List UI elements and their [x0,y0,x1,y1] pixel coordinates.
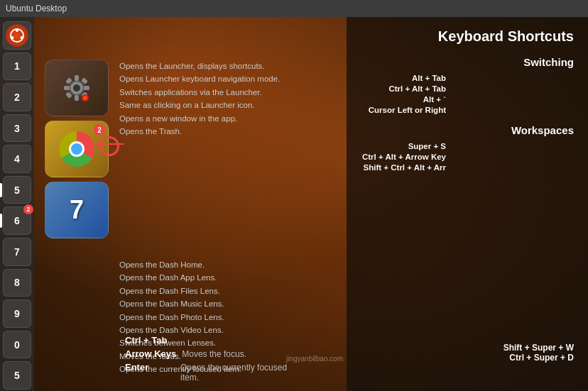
launcher-item-5[interactable]: 5 [3,176,31,204]
app-icon-6-badge: 2 [94,124,105,136]
launcher-item-5b[interactable]: 5 [3,361,31,390]
arrow-keys-key: Arrow Keys [125,348,176,359]
keyboard-shortcuts-panel: Keyboard Shortcuts Switching Alt + Tab C… [347,17,588,391]
red-arrow [95,143,124,145]
launcher-item-9[interactable]: 9 [3,299,31,328]
launcher-item-6-label: 6 [14,215,20,226]
shortcut-key-shift-ctrl-alt-arr: Shift + Ctrl + Alt + Arr [361,163,446,172]
shortcut-key-cursor-lr: Cursor Left or Right [361,106,446,114]
launcher-item-ubuntu[interactable] [3,21,31,50]
svg-point-2 [21,36,23,39]
svg-rect-6 [75,75,79,81]
desc2-line-4: Opens the Dash Music Lens. [119,297,304,310]
shortcut-row-shift-ctrl-alt-arr: Shift + Ctrl + Alt + Arr [361,163,574,172]
shortcut-row-ctrl-alt-tab: Ctrl + Alt + Tab [361,84,574,93]
launcher-item-3-label: 3 [14,123,20,134]
desc-line-5: Opens a new window in the app. [119,112,304,125]
watermark: jingyanbilbao.com [286,355,343,363]
launcher-item-0-label: 0 [14,339,20,351]
svg-point-3 [11,36,14,39]
desc2-line-3: Opens the Dash Files Lens. [119,285,304,297]
desc-line-3: Switches applications via the Launcher. [119,86,304,99]
launcher-item-5b-label: 5 [14,370,20,381]
shortcuts-title: Keyboard Shortcuts [361,28,574,45]
launcher-item-5-label: 5 [14,185,20,196]
workspaces-section-title: Workspaces [361,124,574,136]
launcher-item-6[interactable]: 6 2 [3,206,31,235]
red-indicator-circle [99,136,119,156]
shortcut-key-alt-backtick: Alt + ` [361,95,446,104]
chrome-icon [59,131,94,167]
launcher-item-9-label: 9 [14,308,20,319]
shortcut-key-super-s: Super + S [361,142,446,150]
shortcut-key-ctrl-alt-arrow: Ctrl + Alt + Arrow Key [361,153,446,161]
launcher-item-7[interactable]: 7 [3,238,31,266]
bottom-shortcut-ctrltab: Ctrl + Tab [125,335,291,346]
shortcut-row-ctrl-alt-arrow: Ctrl + Alt + Arrow Key [361,153,574,161]
shift-super-w-key: Shift + Super + W [503,343,574,353]
app-icon-7-label: 7 [70,195,84,225]
svg-point-15 [83,96,87,100]
desc-line-2: Opens Launcher keyboard navigation mode. [119,72,304,85]
bottom-right-shortcuts: Shift + Super + W Ctrl + Super + D [503,343,574,363]
launcher-item-4[interactable]: 4 [3,145,31,173]
desc2-line-2: Opens the Dash App Lens. [119,271,304,284]
desc-line-6: Opens the Trash. [119,125,304,138]
ctrl-tab-key: Ctrl + Tab [125,335,175,346]
launcher-item-2[interactable]: 2 [3,83,31,111]
app-icon-5[interactable] [45,60,109,116]
svg-rect-7 [75,95,79,101]
svg-rect-8 [64,86,70,90]
bottom-shortcut-enter: Enter Opens the currently focused item. [125,362,291,382]
svg-point-1 [16,29,18,32]
svg-point-5 [73,84,80,92]
launcher-item-1[interactable]: 1 [3,53,31,81]
desc2-line-5: Opens the Dash Photo Lens. [119,311,304,324]
launcher-item-3[interactable]: 3 [3,114,31,143]
switching-section-title: Switching [361,56,574,68]
launcher-item-8-label: 8 [14,277,20,288]
enter-key: Enter [125,362,175,373]
ubuntu-icon [6,24,28,47]
shortcut-row-super-s: Super + S [361,142,574,150]
app-icon-6[interactable]: 2 [45,121,109,177]
launcher-item-8[interactable]: 8 [3,269,31,297]
shortcut-row-alt-backtick: Alt + ` [361,95,574,104]
shortcut-row-alt-tab: Alt + Tab [361,74,574,82]
shortcut-key-ctrl-alt-tab: Ctrl + Alt + Tab [361,84,446,93]
shortcut-row-cursor-lr: Cursor Left or Right [361,106,574,114]
main-content: 2 7 Opens the Launcher, displays shortcu… [34,17,588,391]
desc2-line-1: Opens the Dash Home. [119,258,304,271]
description-panel-1: Opens the Launcher, displays shortcuts. … [119,60,304,138]
bottom-shortcuts-panel: Ctrl + Tab Arrow Keys Moves the focus. E… [119,329,297,391]
title-bar-text: Ubuntu Desktop [6,4,67,13]
chrome-inner [69,141,85,157]
launcher-item-1-label: 1 [14,60,20,72]
launcher-item-0[interactable]: 0 [3,331,31,359]
title-bar: Ubuntu Desktop [0,0,588,17]
bottom-shortcut-arrowkeys: Arrow Keys Moves the focus. [125,348,291,359]
ctrl-super-d-key: Ctrl + Super + D [503,353,574,363]
launcher-item-4-label: 4 [14,153,20,165]
ubuntu-logo-icon [10,28,24,43]
launcher-item-7-label: 7 [14,246,20,258]
desc-line-4: Same as clicking on a Launcher icon. [119,99,304,111]
gear-icon [60,71,94,105]
launcher-item-2-label: 2 [14,92,20,103]
enter-desc: Opens the currently focused item. [180,363,291,382]
launcher-sidebar: 1 2 3 4 5 6 2 7 8 9 0 5 [0,17,34,391]
shortcut-key-alt-tab: Alt + Tab [361,74,446,82]
launcher-item-6-badge: 2 [23,204,33,214]
arrow-keys-desc: Moves the focus. [182,349,246,359]
desc-line-1: Opens the Launcher, displays shortcuts. [119,60,304,72]
svg-rect-9 [84,86,89,90]
app-icon-7[interactable]: 7 [45,182,109,238]
